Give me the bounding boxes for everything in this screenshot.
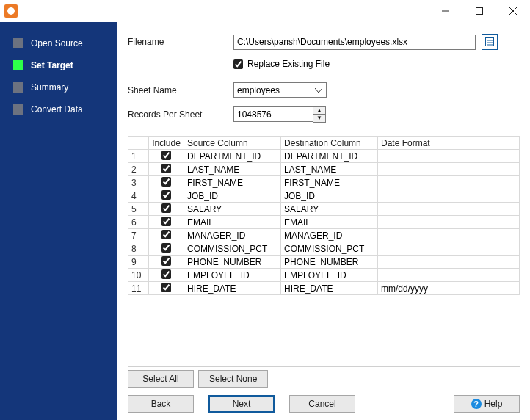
minimize-button[interactable] [429,0,462,22]
browse-file-button[interactable] [482,34,498,50]
dest-col-cell[interactable]: COMMISSION_PCT [281,242,378,256]
step-convert-data[interactable]: Convert Data [0,98,117,120]
wizard-sidebar: Open Source Set Target Summary Convert D… [0,22,117,420]
select-none-button[interactable]: Select None [198,370,268,388]
replace-existing-label: Replace Existing File [247,59,330,69]
columns-grid: Include Source Column Destination Column… [128,136,520,295]
cancel-button[interactable]: Cancel [289,395,355,413]
step-indicator-icon [13,82,23,93]
dest-col-cell[interactable]: MANAGER_ID [281,229,378,242]
include-checkbox[interactable] [161,217,171,226]
row-number: 8 [128,242,149,256]
row-number: 5 [128,203,149,216]
include-checkbox[interactable] [161,151,171,160]
row-number: 9 [128,256,149,269]
include-checkbox[interactable] [161,230,171,239]
table-row[interactable]: 4JOB_IDJOB_ID [128,189,520,203]
include-checkbox[interactable] [161,190,171,200]
next-button[interactable]: Next [208,395,275,413]
step-indicator-icon [13,104,23,115]
row-number: 7 [128,229,149,242]
col-header-include[interactable]: Include [149,137,184,150]
table-row[interactable]: 5SALARYSALARY [128,203,520,216]
filename-input[interactable] [233,35,476,50]
include-checkbox[interactable] [161,256,171,266]
dest-col-cell[interactable]: JOB_ID [281,189,378,203]
dest-col-cell[interactable]: LAST_NAME [281,163,378,176]
table-row[interactable]: 3FIRST_NAMEFIRST_NAME [128,176,520,189]
date-format-cell[interactable] [378,229,520,242]
dest-col-cell[interactable]: DEPARTMENT_ID [281,150,378,163]
dest-col-cell[interactable]: EMPLOYEE_ID [281,269,378,282]
col-header-format[interactable]: Date Format [378,137,520,150]
date-format-cell[interactable] [378,150,520,163]
include-checkbox[interactable] [161,203,171,213]
col-header-dest[interactable]: Destination Column [281,137,378,150]
dest-col-cell[interactable]: EMAIL [281,216,378,229]
date-format-cell[interactable] [378,203,520,216]
step-indicator-icon [13,60,23,70]
col-header-rownum[interactable] [128,137,149,150]
step-open-source[interactable]: Open Source [0,32,117,54]
table-row[interactable]: 6EMAILEMAIL [128,216,520,229]
include-checkbox[interactable] [161,243,171,253]
table-row[interactable]: 2LAST_NAMELAST_NAME [128,163,520,176]
source-col-cell[interactable]: LAST_NAME [184,163,281,176]
table-row[interactable]: 9PHONE_NUMBERPHONE_NUMBER [128,256,520,269]
table-row[interactable]: 7MANAGER_IDMANAGER_ID [128,229,520,242]
records-per-sheet-input[interactable] [233,106,313,122]
app-icon [4,4,18,18]
date-format-cell[interactable] [378,176,520,189]
help-button[interactable]: ? Help [454,395,520,413]
step-label: Summary [31,82,68,93]
date-format-cell[interactable] [378,216,520,229]
step-summary[interactable]: Summary [0,76,117,98]
dest-col-cell[interactable]: HIRE_DATE [281,282,378,295]
date-format-cell[interactable] [378,269,520,282]
row-number: 4 [128,189,149,203]
sheet-name-select[interactable]: employees [233,82,327,98]
close-button[interactable] [496,0,530,22]
date-format-cell[interactable] [378,242,520,256]
dest-col-cell[interactable]: FIRST_NAME [281,176,378,189]
include-checkbox[interactable] [161,283,171,292]
source-col-cell[interactable]: PHONE_NUMBER [184,256,281,269]
table-row[interactable]: 10EMPLOYEE_IDEMPLOYEE_ID [128,269,520,282]
step-label: Set Target [31,60,73,70]
replace-existing-checkbox[interactable] [233,59,243,69]
table-row[interactable]: 1DEPARTMENT_IDDEPARTMENT_ID [128,150,520,163]
back-button[interactable]: Back [128,395,194,413]
date-format-cell[interactable] [378,163,520,176]
help-label: Help [484,399,503,409]
source-col-cell[interactable]: FIRST_NAME [184,176,281,189]
dest-col-cell[interactable]: PHONE_NUMBER [281,256,378,269]
include-checkbox[interactable] [161,177,171,187]
include-checkbox[interactable] [161,269,171,279]
date-format-cell[interactable] [378,189,520,203]
maximize-button[interactable] [462,0,496,22]
source-col-cell[interactable]: DEPARTMENT_ID [184,150,281,163]
sheet-name-label: Sheet Name [128,85,233,95]
source-col-cell[interactable]: EMPLOYEE_ID [184,269,281,282]
date-format-cell[interactable]: mm/dd/yyyy [378,282,520,295]
source-col-cell[interactable]: SALARY [184,203,281,216]
select-all-button[interactable]: Select All [128,370,194,388]
col-header-source[interactable]: Source Column [184,137,281,150]
source-col-cell[interactable]: MANAGER_ID [184,229,281,242]
include-checkbox[interactable] [161,164,171,173]
row-number: 3 [128,176,149,189]
dest-col-cell[interactable]: SALARY [281,203,378,216]
step-set-target[interactable]: Set Target [0,54,117,76]
table-row[interactable]: 11HIRE_DATEHIRE_DATEmm/dd/yyyy [128,282,520,295]
spinner-up-button[interactable]: ▲ [313,107,325,115]
table-row[interactable]: 8COMMISSION_PCTCOMMISSION_PCT [128,242,520,256]
source-col-cell[interactable]: JOB_ID [184,189,281,203]
records-per-sheet-label: Records Per Sheet [128,109,233,120]
step-indicator-icon [13,38,23,48]
spinner-down-button[interactable]: ▼ [313,115,325,122]
step-label: Open Source [31,38,83,48]
date-format-cell[interactable] [378,256,520,269]
source-col-cell[interactable]: HIRE_DATE [184,282,281,295]
source-col-cell[interactable]: COMMISSION_PCT [184,242,281,256]
source-col-cell[interactable]: EMAIL [184,216,281,229]
